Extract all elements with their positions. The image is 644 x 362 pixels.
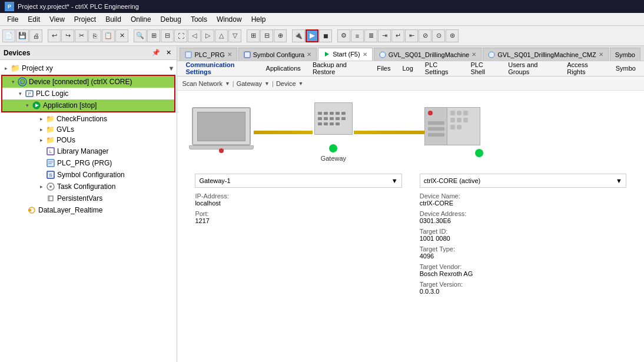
paste-button[interactable]: 📋 xyxy=(102,29,115,42)
redo-button[interactable]: ↪ xyxy=(61,29,74,42)
library-manager-item[interactable]: ▸ L Library Manager xyxy=(0,145,177,157)
menu-tools[interactable]: Tools xyxy=(186,14,212,25)
pous-item[interactable]: ▸ 📁 POUs xyxy=(0,135,177,145)
nav-next-button[interactable]: ▷ xyxy=(201,29,214,42)
print-button[interactable]: 🖨 xyxy=(29,29,42,42)
breadcrumb-scan-network[interactable]: Scan Network xyxy=(182,80,222,87)
debug-btn1[interactable]: ⚙ xyxy=(337,29,350,42)
breadcrumb-gateway-dropdown[interactable]: ▼ xyxy=(264,81,270,87)
debug-btn7[interactable]: ⊘ xyxy=(419,29,431,42)
connect-button[interactable]: 🔌 xyxy=(292,29,305,42)
menu-window[interactable]: Window xyxy=(212,14,247,25)
target-id-label: Target ID: xyxy=(420,228,626,235)
persistent-vars-icon xyxy=(46,194,55,203)
device-item[interactable]: ▾ D Device [connected] (ctrlX CORE) xyxy=(2,76,174,88)
bookmark-button[interactable]: ⛶ xyxy=(174,29,187,42)
nav-prev-button[interactable]: ◁ xyxy=(188,29,201,42)
menu-file[interactable]: File xyxy=(2,14,23,25)
device-expand-icon[interactable]: ▾ xyxy=(9,78,16,85)
laptop-body xyxy=(192,107,251,145)
subtab-symbo[interactable]: Symbo xyxy=(610,63,642,75)
subtab-files[interactable]: Files xyxy=(371,63,396,75)
subtab-communication[interactable]: Communication Settings xyxy=(180,59,260,78)
svg-text:L: L xyxy=(49,149,52,154)
debug-btn6[interactable]: ⇤ xyxy=(405,29,418,42)
gvls-expand[interactable]: ▸ xyxy=(38,126,45,133)
menu-build[interactable]: Build xyxy=(101,14,126,25)
search-button[interactable]: 🔍 xyxy=(134,29,147,42)
zoom-btn[interactable]: ⊞ xyxy=(247,29,260,42)
task-config-item[interactable]: ▸ Task Configuration xyxy=(0,181,177,192)
replace-button[interactable]: ⊟ xyxy=(161,29,174,42)
breadcrumb-scan-dropdown[interactable]: ▼ xyxy=(225,81,230,87)
insert-btn[interactable]: ⊕ xyxy=(274,29,287,42)
subtab-backup[interactable]: Backup and Restore xyxy=(307,59,371,78)
menu-help[interactable]: Help xyxy=(247,14,271,25)
symbol-config-item[interactable]: ▸ S Symbol Configuration xyxy=(0,169,177,181)
sidebar-pin-button[interactable]: 📌 xyxy=(150,48,162,57)
menu-project[interactable]: Project xyxy=(69,14,101,25)
datalayer-item[interactable]: ▸ DataLayer_Realtime xyxy=(0,204,177,216)
plc-expand-icon[interactable]: ▾ xyxy=(16,90,24,97)
sidebar-close-button[interactable]: ✕ xyxy=(164,48,173,57)
menu-online[interactable]: Online xyxy=(126,14,156,25)
pous-expand[interactable]: ▸ xyxy=(38,137,45,144)
target-version-label: Target Version: xyxy=(420,281,626,288)
task-config-icon xyxy=(46,182,55,191)
tab-close-start[interactable]: ✕ xyxy=(363,51,367,58)
nav-down-button[interactable]: ▽ xyxy=(228,29,241,42)
debug-btn4[interactable]: ⇥ xyxy=(378,29,391,42)
target-vendor-value: Bosch Rexroth AG xyxy=(420,270,626,277)
find-button[interactable]: ⊞ xyxy=(147,29,160,42)
subtab-access-rights[interactable]: Access Rights xyxy=(561,59,609,78)
menu-view[interactable]: View xyxy=(45,14,69,25)
checkfunctions-expand[interactable]: ▸ xyxy=(38,115,45,122)
stop-button[interactable]: ⏹ xyxy=(319,29,332,42)
tab-close-sym[interactable]: ✕ xyxy=(307,51,311,58)
undo-button[interactable]: ↩ xyxy=(48,29,61,42)
menu-debug[interactable]: Debug xyxy=(156,14,186,25)
layout-btn[interactable]: ⊟ xyxy=(260,29,273,42)
toolbar-debug-group: ⚙ ≡ ≣ ⇥ ↵ ⇤ ⊘ ⊙ ⊛ xyxy=(337,29,459,42)
gateway-dropdown[interactable]: Gateway-1 ▼ xyxy=(195,174,401,188)
tab-close-gvl1[interactable]: ✕ xyxy=(472,51,476,58)
debug-btn3[interactable]: ≣ xyxy=(364,29,377,42)
task-expand[interactable]: ▸ xyxy=(38,183,45,190)
delete-button[interactable]: ✕ xyxy=(115,29,128,42)
application-item[interactable]: ▾ Application [stop] xyxy=(2,99,174,111)
plc-prg-item[interactable]: ▸ PLC_PRG (PRG) xyxy=(0,157,177,169)
tab-start[interactable]: Start (F5) ✕ xyxy=(318,48,372,61)
subtab-plc-settings[interactable]: PLC Settings xyxy=(419,59,465,78)
new-button[interactable]: 📄 xyxy=(2,29,15,42)
persistent-vars-item[interactable]: ▸ PersistentVars xyxy=(0,192,177,204)
menu-edit[interactable]: Edit xyxy=(23,14,45,25)
device-dropdown[interactable]: ctrlX-CORE (active) ▼ xyxy=(420,174,626,188)
debug-btn5[interactable]: ↵ xyxy=(391,29,404,42)
nav-up-button[interactable]: △ xyxy=(215,29,228,42)
subtab-log[interactable]: Log xyxy=(396,63,419,75)
plc-logic-item[interactable]: ▾ P PLC Logic xyxy=(2,88,174,99)
tab-close-plc[interactable]: ✕ xyxy=(227,51,232,58)
copy-button[interactable]: ⎘ xyxy=(88,29,101,42)
plc-prg-icon xyxy=(46,158,55,168)
breadcrumb-device-dropdown[interactable]: ▼ xyxy=(298,81,304,87)
gvls-item[interactable]: ▸ 📁 GVLs xyxy=(0,124,177,135)
debug-btn9[interactable]: ⊛ xyxy=(446,29,459,42)
breadcrumb-gateway[interactable]: Gateway xyxy=(237,80,262,87)
breadcrumb-device[interactable]: Device xyxy=(276,80,296,87)
start-button[interactable]: ▶ xyxy=(306,29,318,42)
svg-point-22 xyxy=(380,52,386,58)
project-expand-icon[interactable]: ▸ xyxy=(2,65,9,72)
debug-btn2[interactable]: ≡ xyxy=(351,29,364,42)
subtab-plc-shell[interactable]: PLC Shell xyxy=(464,59,502,78)
subtab-users-groups[interactable]: Users and Groups xyxy=(502,59,561,78)
app-expand-icon[interactable]: ▾ xyxy=(24,102,31,109)
cut-button[interactable]: ✂ xyxy=(75,29,88,42)
project-dropdown-icon[interactable]: ▼ xyxy=(168,65,175,72)
save-button[interactable]: 💾 xyxy=(16,29,29,42)
tab-symbo[interactable]: Symbo xyxy=(610,48,640,61)
tab-close-gvl2[interactable]: ✕ xyxy=(599,51,603,58)
debug-btn8[interactable]: ⊙ xyxy=(432,29,445,42)
checkfunctions-item[interactable]: ▸ 📁 CheckFunctions xyxy=(0,114,177,124)
subtab-applications[interactable]: Applications xyxy=(260,63,307,75)
